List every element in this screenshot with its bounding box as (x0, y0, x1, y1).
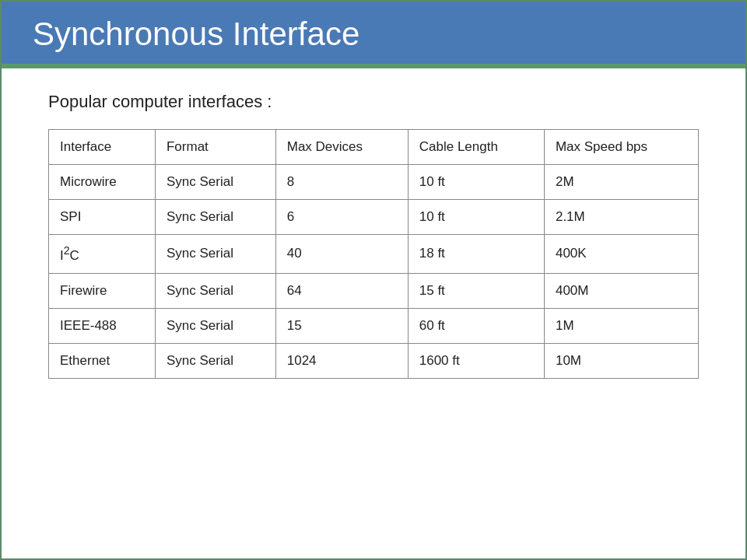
table-cell-0-0: Microwire (49, 165, 156, 200)
table-cell-1-1: Sync Serial (155, 200, 275, 235)
table-cell-4-2: 15 (275, 308, 408, 343)
table-cell-0-1: Sync Serial (155, 165, 275, 200)
table-cell-5-3: 1600 ft (408, 343, 544, 378)
table-cell-0-3: 10 ft (408, 165, 544, 200)
table-cell-4-4: 1M (544, 308, 698, 343)
table-header-4: Max Speed bps (544, 130, 698, 165)
table-cell-5-2: 1024 (275, 343, 408, 378)
table-cell-1-2: 6 (275, 200, 408, 235)
table-cell-0-4: 2M (544, 165, 698, 200)
table-cell-5-1: Sync Serial (155, 343, 275, 378)
table-header-0: Interface (49, 130, 156, 165)
table-cell-1-0: SPI (49, 200, 156, 235)
table-cell-2-0: I2C (49, 235, 156, 274)
slide-title: Synchronous Interface (33, 16, 714, 53)
table-cell-4-1: Sync Serial (155, 308, 275, 343)
table-cell-3-3: 15 ft (408, 273, 544, 308)
table-cell-2-4: 400K (544, 235, 698, 274)
table-row: IEEE-488Sync Serial1560 ft1M (49, 308, 699, 343)
table-cell-1-4: 2.1M (544, 200, 698, 235)
table-row: SPISync Serial610 ft2.1M (49, 200, 699, 235)
table-cell-5-4: 10M (544, 343, 698, 378)
subtitle: Popular computer interfaces : (48, 92, 699, 112)
table-cell-3-4: 400M (544, 273, 698, 308)
table-row: MicrowireSync Serial810 ft2M (49, 165, 699, 200)
table-header-3: Cable Length (408, 130, 544, 165)
table-header-row: InterfaceFormatMax DevicesCable LengthMa… (49, 130, 699, 165)
table-cell-2-1: Sync Serial (155, 235, 275, 274)
table-header-2: Max Devices (275, 130, 408, 165)
content-area: Popular computer interfaces : InterfaceF… (2, 68, 745, 402)
data-table: InterfaceFormatMax DevicesCable LengthMa… (48, 129, 699, 379)
table-cell-2-2: 40 (275, 235, 408, 274)
table-cell-4-3: 60 ft (408, 308, 544, 343)
table-cell-2-3: 18 ft (408, 235, 544, 274)
table-cell-3-2: 64 (275, 273, 408, 308)
table-row: EthernetSync Serial10241600 ft10M (49, 343, 699, 378)
table-row: I2CSync Serial4018 ft400K (49, 235, 699, 274)
table-header-1: Format (155, 130, 275, 165)
table-cell-0-2: 8 (275, 165, 408, 200)
table-cell-3-0: Firewire (49, 273, 156, 308)
table-cell-4-0: IEEE-488 (49, 308, 156, 343)
table-cell-5-0: Ethernet (49, 343, 156, 378)
table-cell-1-3: 10 ft (408, 200, 544, 235)
header-bar: Synchronous Interface (2, 2, 745, 66)
slide-container: Synchronous Interface Popular computer i… (0, 0, 747, 560)
table-cell-3-1: Sync Serial (155, 273, 275, 308)
table-row: FirewireSync Serial6415 ft400M (49, 273, 699, 308)
